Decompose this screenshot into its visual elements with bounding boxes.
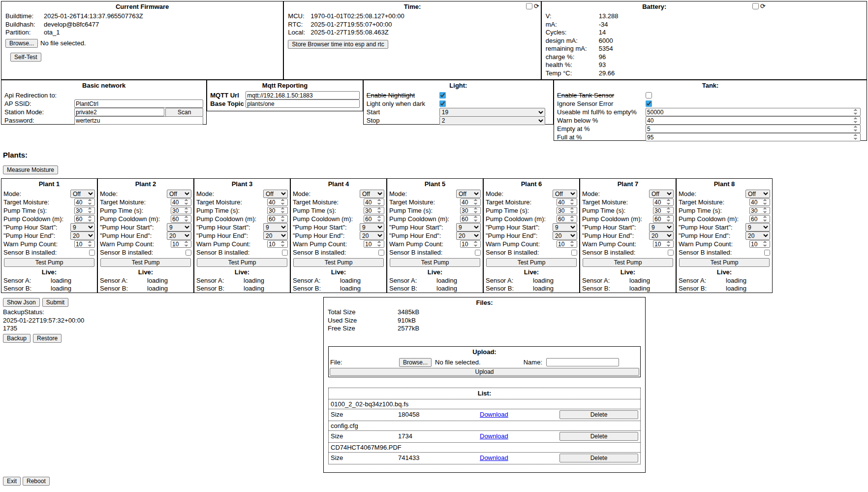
mode-select[interactable]: Off: [553, 190, 577, 198]
mqtt-url-input[interactable]: [246, 91, 359, 99]
pump-time-input[interactable]: [749, 207, 770, 214]
pump-time-input[interactable]: [557, 207, 577, 214]
target-moisture-input[interactable]: [364, 198, 384, 206]
pump-hour-end-select[interactable]: 20: [70, 231, 95, 240]
password-input[interactable]: [74, 116, 203, 125]
pump-hour-start-select[interactable]: 9: [263, 223, 288, 231]
light-stop-select[interactable]: 2: [439, 116, 545, 125]
time-auto-refresh-checkbox[interactable]: [526, 3, 532, 9]
sensor-b-installed-checkbox[interactable]: [475, 250, 481, 256]
target-moisture-input[interactable]: [557, 198, 577, 206]
pump-time-input[interactable]: [171, 207, 191, 214]
mode-select[interactable]: Off: [167, 190, 191, 198]
warn-pump-count-input[interactable]: [171, 240, 191, 248]
empty-at-input[interactable]: [646, 125, 861, 133]
test-pump-button[interactable]: Test Pump: [583, 258, 673, 267]
battery-auto-refresh-checkbox[interactable]: [752, 3, 759, 9]
pump-cooldown-input[interactable]: [557, 215, 577, 223]
restore-button[interactable]: Restore: [33, 334, 62, 343]
target-moisture-input[interactable]: [267, 198, 288, 206]
enable-tank-sensor-checkbox[interactable]: [646, 92, 652, 98]
upload-button[interactable]: Upload: [330, 368, 639, 376]
pump-hour-end-select[interactable]: 20: [649, 231, 674, 240]
download-link[interactable]: Download: [480, 454, 559, 461]
delete-button[interactable]: Delete: [559, 432, 638, 441]
pump-cooldown-input[interactable]: [749, 215, 770, 223]
backup-button[interactable]: Backup: [3, 334, 31, 343]
mode-select[interactable]: Off: [745, 190, 770, 198]
pump-hour-start-select[interactable]: 9: [649, 223, 674, 231]
sensor-b-installed-checkbox[interactable]: [668, 250, 674, 256]
pump-cooldown-input[interactable]: [74, 215, 95, 223]
enable-nightlight-checkbox[interactable]: [439, 92, 446, 98]
scan-button[interactable]: Scan: [165, 108, 203, 117]
pump-hour-start-select[interactable]: 9: [167, 223, 191, 231]
mode-select[interactable]: Off: [70, 190, 95, 198]
pump-hour-start-select[interactable]: 9: [360, 223, 384, 231]
pump-cooldown-input[interactable]: [460, 215, 481, 223]
ap-ssid-input[interactable]: [74, 99, 203, 108]
test-pump-button[interactable]: Test Pump: [100, 258, 191, 267]
sensor-b-installed-checkbox[interactable]: [282, 250, 288, 256]
pump-hour-start-select[interactable]: 9: [70, 223, 95, 231]
sensor-b-installed-checkbox[interactable]: [186, 250, 191, 256]
delete-button[interactable]: Delete: [559, 410, 638, 419]
upload-name-input[interactable]: [546, 358, 619, 366]
pump-time-input[interactable]: [653, 207, 674, 214]
test-pump-button[interactable]: Test Pump: [4, 258, 94, 267]
pump-time-input[interactable]: [267, 207, 288, 214]
sensor-b-installed-checkbox[interactable]: [378, 250, 384, 256]
measure-moisture-button[interactable]: Measure Moisture: [3, 165, 58, 174]
reboot-button[interactable]: Reboot: [23, 477, 50, 486]
mode-select[interactable]: Off: [263, 190, 288, 198]
time-refresh-icon[interactable]: ⟳: [534, 3, 539, 9]
warn-below-input[interactable]: [646, 116, 861, 125]
sensor-b-installed-checkbox[interactable]: [764, 250, 770, 256]
pump-cooldown-input[interactable]: [364, 215, 384, 223]
pump-time-input[interactable]: [364, 207, 384, 214]
warn-pump-count-input[interactable]: [364, 240, 384, 248]
target-moisture-input[interactable]: [653, 198, 674, 206]
delete-button[interactable]: Delete: [559, 454, 638, 462]
warn-pump-count-input[interactable]: [267, 240, 288, 248]
pump-hour-start-select[interactable]: 9: [456, 223, 481, 231]
submit-button[interactable]: Submit: [42, 298, 68, 307]
pump-cooldown-input[interactable]: [171, 215, 191, 223]
pump-hour-end-select[interactable]: 20: [745, 231, 770, 240]
pump-hour-start-select[interactable]: 9: [745, 223, 770, 231]
pump-time-input[interactable]: [460, 207, 481, 214]
light-start-select[interactable]: 19: [439, 108, 545, 117]
warn-pump-count-input[interactable]: [557, 240, 577, 248]
test-pump-button[interactable]: Test Pump: [390, 258, 480, 267]
useable-ml-input[interactable]: [646, 108, 861, 116]
ignore-sensor-error-checkbox[interactable]: [646, 100, 652, 107]
pump-hour-end-select[interactable]: 20: [167, 231, 191, 240]
warn-pump-count-input[interactable]: [460, 240, 481, 248]
pump-hour-end-select[interactable]: 20: [553, 231, 577, 240]
target-moisture-input[interactable]: [749, 198, 770, 206]
mode-select[interactable]: Off: [649, 190, 674, 198]
exit-button[interactable]: Exit: [3, 477, 21, 486]
pump-hour-end-select[interactable]: 20: [263, 231, 288, 240]
warn-pump-count-input[interactable]: [653, 240, 674, 248]
target-moisture-input[interactable]: [74, 198, 95, 206]
light-only-dark-checkbox[interactable]: [439, 100, 446, 107]
pump-cooldown-input[interactable]: [653, 215, 674, 223]
station-mode-input[interactable]: [74, 108, 164, 116]
mode-select[interactable]: Off: [360, 190, 384, 198]
battery-refresh-icon[interactable]: ⟳: [760, 3, 766, 9]
base-topic-input[interactable]: [246, 99, 359, 108]
download-link[interactable]: Download: [480, 411, 559, 418]
download-link[interactable]: Download: [480, 432, 559, 440]
mode-select[interactable]: Off: [456, 190, 481, 198]
firmware-browse-button[interactable]: Browse...: [5, 39, 38, 48]
target-moisture-input[interactable]: [460, 198, 481, 206]
warn-pump-count-input[interactable]: [749, 240, 770, 248]
pump-hour-start-select[interactable]: 9: [553, 223, 577, 231]
test-pump-button[interactable]: Test Pump: [679, 258, 770, 267]
store-browser-time-button[interactable]: Store Browser time into esp and rtc: [288, 40, 388, 49]
sensor-b-installed-checkbox[interactable]: [89, 250, 95, 256]
pump-hour-end-select[interactable]: 20: [360, 231, 384, 240]
sensor-b-installed-checkbox[interactable]: [571, 250, 577, 256]
target-moisture-input[interactable]: [171, 198, 191, 206]
